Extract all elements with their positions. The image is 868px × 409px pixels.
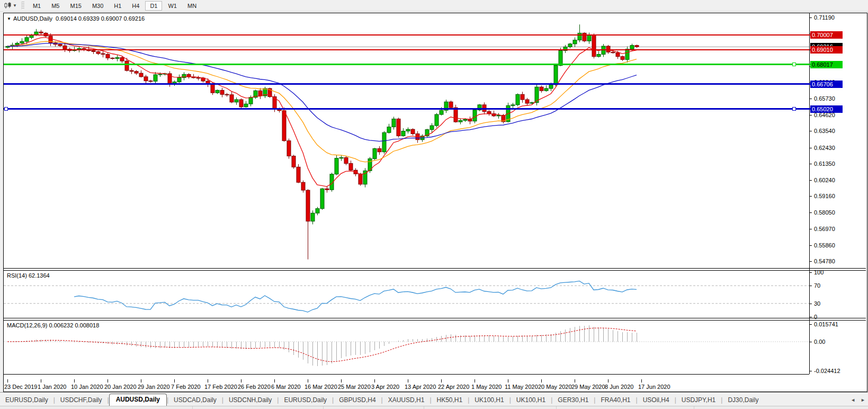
rsi-label: RSI(14) 62.1364 — [7, 272, 50, 279]
candlestick-icon — [4, 2, 12, 9]
timeframe-button-m1[interactable]: M1 — [28, 1, 46, 11]
tab-xauusd-h1[interactable]: XAUUSD,H1 — [383, 395, 430, 406]
timeframe-button-h4[interactable]: H4 — [127, 1, 144, 11]
status-bar-separator — [556, 406, 557, 409]
chart-ohlc-values: 0.69014 0.69339 0.69007 0.69216 — [56, 15, 145, 22]
timeframe-button-w1[interactable]: W1 — [163, 1, 182, 11]
chart-title-row: ▼AUDUSD,Daily 0.69014 0.69339 0.69007 0.… — [7, 15, 145, 22]
chart-type-dropdown[interactable]: ▼ — [2, 1, 19, 10]
symbol-dropdown-icon[interactable]: ▼ — [7, 16, 11, 21]
status-bar — [0, 406, 868, 409]
tab-usdchf-daily[interactable]: USDCHF,Daily — [55, 395, 108, 406]
timeframe-button-m30[interactable]: M30 — [87, 1, 108, 11]
tab-usoil-h4[interactable]: USOil,H4 — [638, 395, 675, 406]
tab-fra40-h1[interactable]: FRA40,H1 — [595, 395, 636, 406]
status-bar-separator — [323, 406, 324, 409]
timeframe-buttons: M1M5M15M30H1H4D1W1MN — [28, 0, 202, 11]
status-bar-separator — [694, 406, 694, 409]
tab-gbpusd-h4[interactable]: GBPUSD,H4 — [334, 395, 381, 406]
status-bar-separator — [424, 406, 424, 409]
timeframe-button-mn[interactable]: MN — [183, 1, 201, 11]
tab-audusd-daily[interactable]: AUDUSD,Daily — [109, 394, 167, 406]
tab-uk100-h1[interactable]: UK100,H1 — [469, 395, 509, 406]
tab-scroll-left-icon[interactable]: ◄ — [848, 397, 858, 406]
tab-usdcad-daily[interactable]: USDCAD,Daily — [168, 395, 222, 406]
chart-window[interactable] — [3, 13, 867, 392]
timeframe-button-h1[interactable]: H1 — [109, 1, 126, 11]
tab-eurusd-daily[interactable]: EURUSD,Daily — [279, 395, 332, 406]
toolbar-grip — [21, 2, 24, 10]
tab-hk50-h1[interactable]: HK50,H1 — [432, 395, 468, 406]
timeframe-toolbar: ▼ M1M5M15M30H1H4D1W1MN — [0, 0, 868, 12]
tab-uk100-h1[interactable]: UK100,H1 — [511, 395, 551, 406]
chart-tab-bar: EURUSD,Daily|USDCHF,Daily|AUDUSD,Daily|U… — [0, 392, 868, 406]
chevron-down-icon: ▼ — [13, 3, 17, 8]
tab-scroll-right-icon[interactable]: ► — [858, 397, 868, 406]
tab-dj30-daily[interactable]: DJ30,Daily — [722, 395, 764, 406]
chart-title: AUDUSD,Daily — [13, 15, 52, 22]
tab-ger30-h1[interactable]: GER30,H1 — [552, 395, 594, 406]
tab-usdcnh-daily[interactable]: USDCNH,Daily — [223, 395, 277, 406]
timeframe-button-m15[interactable]: M15 — [65, 1, 86, 11]
trading-terminal-window: ▼ M1M5M15M30H1H4D1W1MN 23 Dec 20191 Jan … — [0, 0, 868, 409]
tab-eurusd-daily[interactable]: EURUSD,Daily — [0, 395, 53, 406]
tab-usdjpy-h1[interactable]: USDJPY,H1 — [676, 395, 721, 406]
timeframe-button-m5[interactable]: M5 — [47, 1, 64, 11]
macd-label: MACD(12,26,9) 0.006232 0.008018 — [7, 322, 99, 328]
status-bar-separator — [192, 406, 193, 409]
timeframe-button-d1[interactable]: D1 — [145, 1, 162, 11]
